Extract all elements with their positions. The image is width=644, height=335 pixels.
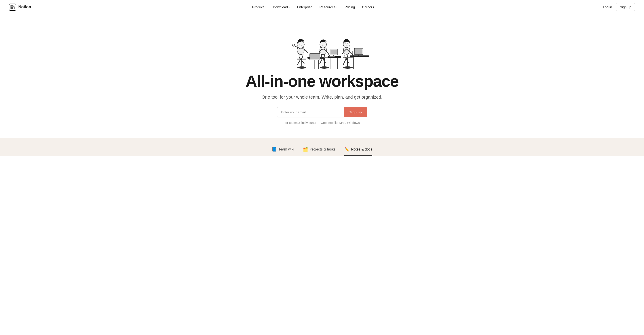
- svg-rect-9: [310, 54, 319, 59]
- chevron-down-icon: ▾: [289, 6, 290, 8]
- nav-item-careers[interactable]: Careers: [359, 3, 377, 11]
- hero-title: All-in-one workspace: [246, 72, 398, 90]
- tab-projects-tasks[interactable]: 🗂️ Projects & tasks: [303, 147, 336, 156]
- hero-section: All-in-one workspace One tool for your w…: [0, 14, 644, 138]
- tab-notes-docs-label: Notes & docs: [351, 147, 372, 152]
- team-wiki-icon: 📘: [272, 147, 276, 152]
- tab-team-wiki[interactable]: 📘 Team wiki: [272, 147, 294, 156]
- tab-team-wiki-label: Team wiki: [278, 147, 294, 152]
- svg-line-16: [298, 59, 301, 65]
- nav-item-resources[interactable]: Resources ▾: [316, 3, 341, 11]
- hero-signup-form: Sign up: [277, 107, 367, 118]
- hero-illustration: [260, 23, 384, 72]
- notes-docs-icon: ✏️: [344, 147, 349, 152]
- bottom-section: 📘 Team wiki 🗂️ Projects & tasks ✏️ Notes…: [0, 138, 644, 156]
- nav-item-pricing[interactable]: Pricing: [342, 3, 358, 11]
- nav-signup-button[interactable]: Sign up: [616, 3, 635, 11]
- email-input[interactable]: [277, 107, 344, 118]
- nav-brand-name: Notion: [18, 5, 31, 10]
- svg-rect-24: [330, 50, 337, 54]
- svg-rect-40: [355, 49, 362, 54]
- svg-point-2: [298, 66, 306, 69]
- nav-item-download[interactable]: Download ▾: [270, 3, 293, 11]
- svg-point-33: [343, 66, 353, 69]
- tab-notes-docs[interactable]: ✏️ Notes & docs: [344, 147, 372, 156]
- nav-item-product[interactable]: Product ▾: [249, 3, 269, 11]
- svg-rect-38: [350, 56, 369, 57]
- hero-subtitle: One tool for your whole team. Write, pla…: [262, 94, 382, 100]
- chevron-down-icon: ▾: [336, 6, 338, 8]
- nav-item-enterprise[interactable]: Enterprise: [294, 3, 315, 11]
- svg-point-14: [292, 44, 295, 46]
- svg-point-12: [300, 44, 300, 44]
- svg-point-13: [302, 44, 302, 44]
- navbar: Notion Product ▾ Download ▾ Enterprise R…: [0, 0, 644, 14]
- svg-line-49: [343, 58, 346, 65]
- svg-point-30: [324, 44, 324, 44]
- svg-point-47: [346, 44, 346, 44]
- svg-point-48: [347, 44, 348, 44]
- notion-logo-icon: [9, 4, 16, 11]
- nav-center-items: Product ▾ Download ▾ Enterprise Resource…: [249, 3, 377, 11]
- nav-divider: [597, 5, 597, 10]
- nav-logo[interactable]: Notion: [9, 4, 31, 11]
- svg-point-29: [322, 44, 323, 44]
- nav-login-button[interactable]: Log in: [600, 3, 615, 11]
- svg-line-15: [301, 59, 304, 64]
- nav-right-actions: Log in Sign up: [595, 3, 635, 11]
- chevron-down-icon: ▾: [264, 6, 266, 8]
- hero-signup-button[interactable]: Sign up: [344, 107, 367, 117]
- projects-tasks-icon: 🗂️: [303, 147, 308, 152]
- hero-note: For teams & individuals — web, mobile, M…: [284, 121, 361, 124]
- svg-point-17: [320, 66, 329, 69]
- svg-line-31: [320, 58, 322, 64]
- tabs-container: 📘 Team wiki 🗂️ Projects & tasks ✏️ Notes…: [4, 147, 640, 156]
- tab-projects-tasks-label: Projects & tasks: [310, 147, 336, 152]
